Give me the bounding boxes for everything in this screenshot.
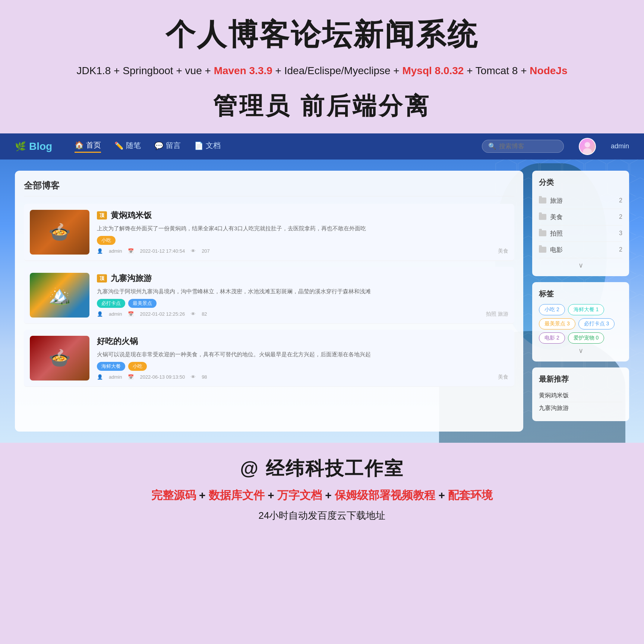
tech-stack: JDK1.8 + Springboot + vue + Maven 3.3.9 … [22,63,622,79]
nav-label-messages: 留言 [166,141,181,151]
date-1: 2022-01-12 17:40:54 [140,248,185,254]
post-meta-1: 👤 admin 📅 2022-01-12 17:40:54 👁 207 美食 [97,248,508,255]
sep2: + [265,489,277,501]
date-2: 2022-01-02 12:25:26 [140,311,185,317]
nav-logo-text: Blog [29,141,52,152]
bottom-banner: @ 经纬科技工作室 完整源码 + 数据库文件 + 万字文档 + 保姆级部署视频教… [0,443,644,537]
nav-item-docs[interactable]: 📄 文档 [194,141,221,152]
tag-snack[interactable]: 小吃 [97,236,116,245]
nav-search[interactable]: 🔍 [482,140,564,153]
nav-avatar[interactable] [579,138,596,155]
post-card-3[interactable]: 🍲 好吃的火锅 火锅可以说是现在非常受欢迎的一种美食，具有不可替代的地位。火锅最… [24,330,514,387]
post-card-1[interactable]: 🍲 顶 黄焖鸡米饭 上次为了解馋在外面买了一份黄焖鸡，结果全家4口人有3口人吃完… [24,204,514,261]
feature-doc: 万字文档 [277,489,322,501]
search-icon: 🔍 [488,142,496,150]
feature-source: 完整源码 [151,489,196,501]
blog-content: 全部博客 🍲 顶 黄焖鸡米饭 上次为了解馋在外面买了一份黄焖鸡，结果全家4口人有… [0,160,644,443]
category-item-movie[interactable]: 电影 2 [539,242,622,258]
tag-checkin[interactable]: 必打卡点 [97,299,125,308]
top-banner: 个人博客论坛新闻系统 JDK1.8 + Springboot + vue + M… [0,0,644,133]
nav-item-home[interactable]: 🏠 首页 [75,140,101,153]
latest-title: 最新推荐 [539,374,622,384]
latest-item-1[interactable]: 黄焖鸡米饭 [539,389,622,402]
categories-title: 分类 [539,177,622,187]
top-badge-2: 顶 [97,274,107,282]
feature-db: 数据库文件 [209,489,265,501]
post-tags-3: 海鲜大餐 小吃 [97,362,508,371]
tag-snack2[interactable]: 小吃 [128,362,147,371]
category-name-travel: 旅游 [550,196,563,205]
categories-card: 分类 旅游 2 美食 2 [532,171,629,276]
author-3: admin [109,374,122,380]
eye-icon-2: 👁 [191,311,196,317]
nav-label-docs: 文档 [206,141,221,151]
at-line: @ 经纬科技工作室 [22,456,622,481]
author-icon-3: 👤 [97,374,103,380]
tag-cloud-movie[interactable]: 电影 2 [539,332,565,344]
latest-card: 最新推荐 黄焖鸡米饭 九寨沟旅游 [532,367,629,421]
category-item-food[interactable]: 美食 2 [539,209,622,225]
category-left-photo: 拍照 [539,229,563,238]
eye-icon-3: 👁 [191,374,196,380]
tag-seafood[interactable]: 海鲜大餐 [97,362,125,371]
nav-logo[interactable]: 🌿 Blog [15,141,52,152]
category-left-movie: 电影 [539,246,563,254]
author-2: admin [109,311,122,317]
category-name-food: 美食 [550,213,563,221]
tech-nodejs: NodeJs [530,65,567,76]
post-title-row-2: 顶 九寨沟旅游 [97,273,508,284]
tag-cloud-snack[interactable]: 小吃 2 [539,304,565,315]
tag-cloud-scenic[interactable]: 最美景点 3 [539,318,575,329]
nav-label-home: 首页 [86,140,101,150]
thumbnail-img-2: 🏔️ [30,273,89,318]
tag-cloud-pet[interactable]: 爱护宠物 0 [568,332,604,344]
docs-icon: 📄 [194,141,203,150]
tags-show-more[interactable]: ∨ [539,347,622,355]
tags-cloud: 小吃 2 海鲜大餐 1 最美景点 3 必打卡点 3 电影 2 爱护宠物 0 [539,304,622,344]
category-item-photo[interactable]: 拍照 3 [539,225,622,242]
folder-icon-movie [539,247,546,253]
category-3: 美食 [498,374,508,381]
thumbnail-img-3: 🍲 [30,336,89,381]
post-tags-2: 必打卡点 最美景点 [97,299,508,308]
post-tags-1: 小吃 [97,236,508,245]
post-excerpt-2: 九寨沟位于阿坝州九寨沟县境内，沟中雪峰林立，林木茂密，水池浅滩五彩斑斓，晶莹的溪… [97,287,508,296]
post-meta-2: 👤 admin 📅 2022-01-02 12:25:26 👁 82 拍照 旅游 [97,311,508,318]
post-body-1: 顶 黄焖鸡米饭 上次为了解馋在外面买了一份黄焖鸡，结果全家4口人有3口人吃完就拉… [97,210,508,255]
nav-admin-label: admin [611,142,629,150]
feature-video: 保姆级部署视频教程 [335,489,435,501]
categories-show-more[interactable]: ∨ [539,261,622,269]
category-item-travel[interactable]: 旅游 2 [539,193,622,209]
category-count-movie: 2 [619,246,622,253]
latest-item-2[interactable]: 九寨沟旅游 [539,402,622,414]
tag-cloud-checkin[interactable]: 必打卡点 3 [578,318,615,329]
post-thumbnail-3: 🍲 [30,336,89,381]
top-badge-1: 顶 [97,211,107,220]
post-title-1: 黄焖鸡米饭 [111,210,152,221]
category-name-photo: 拍照 [550,229,563,238]
category-count-food: 2 [619,214,622,220]
folder-icon-photo [539,230,546,236]
tags-card: 标签 小吃 2 海鲜大餐 1 最美景点 3 必打卡点 3 电影 2 爱护宠物 0… [532,282,629,362]
nav-item-messages[interactable]: 💬 留言 [154,141,181,152]
post-meta-3: 👤 admin 📅 2022-06-13 09:13:50 👁 98 美食 [97,374,508,381]
nav-items: 🏠 首页 ✏️ 随笔 💬 留言 📄 文档 [75,140,467,153]
post-thumbnail-2: 🏔️ [30,273,89,318]
category-left-travel: 旅游 [539,196,563,205]
calendar-icon-1: 📅 [128,248,134,254]
post-thumbnail-1: 🍲 [30,210,89,255]
nav-item-notes[interactable]: ✏️ 随笔 [114,141,141,152]
tech-idea: + Idea/Eclispe/Myeclipse + [275,65,402,76]
calendar-icon-3: 📅 [128,374,134,380]
author-1: admin [109,248,122,254]
sep3: + [322,489,335,501]
calendar-icon-2: 📅 [128,311,134,317]
tag-cloud-seafood[interactable]: 海鲜大餐 1 [568,304,604,315]
date-3: 2022-06-13 09:13:50 [140,374,185,380]
search-input[interactable] [499,143,559,150]
category-left-food: 美食 [539,213,563,221]
tech-mysql: Mysql 8.0.32 [402,65,467,76]
tag-scenic[interactable]: 最美景点 [128,299,157,308]
post-card-2[interactable]: 🏔️ 顶 九寨沟旅游 九寨沟位于阿坝州九寨沟县境内，沟中雪峰林立，林木茂密，水池… [24,267,514,324]
category-1: 美食 [498,248,508,255]
